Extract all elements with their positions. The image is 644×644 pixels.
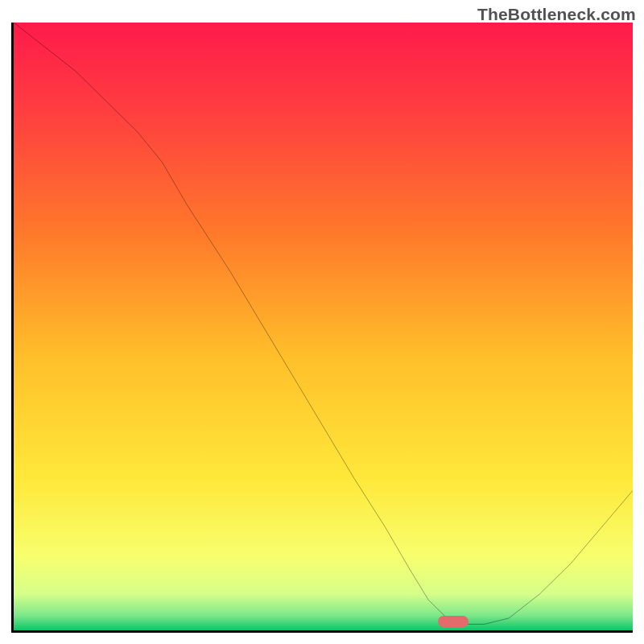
plot-area <box>11 23 633 633</box>
gradient-background <box>14 23 633 630</box>
watermark-text: TheBottleneck.com <box>477 5 636 24</box>
svg-rect-0 <box>14 23 633 630</box>
optimal-marker <box>438 616 469 627</box>
